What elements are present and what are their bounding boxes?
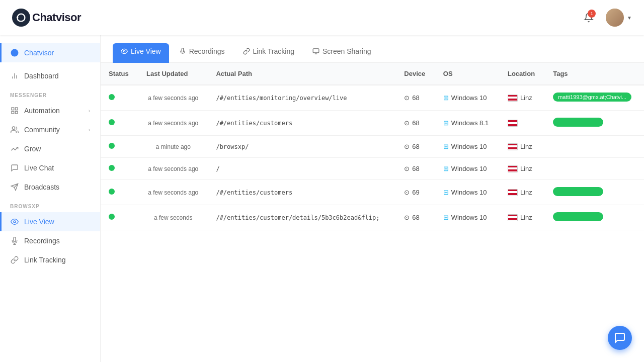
notification-button[interactable]: 1 bbox=[580, 9, 598, 27]
cell-device: ⊙ 68 bbox=[396, 136, 435, 158]
cell-actual-path: /#/entities/customer/details/5b3c6b2ead&… bbox=[208, 205, 396, 230]
browser-version: 68 bbox=[412, 165, 419, 172]
cell-location: Linz bbox=[500, 180, 545, 205]
col-device: Device bbox=[396, 63, 435, 85]
location-name: Linz bbox=[520, 94, 532, 102]
cell-status bbox=[101, 136, 138, 158]
cell-status bbox=[101, 111, 138, 136]
cell-device: ⊙ 68 bbox=[396, 205, 435, 230]
sidebar-automation-label: Automation bbox=[24, 107, 60, 115]
sidebar-livechat-label: Live Chat bbox=[24, 164, 54, 172]
sidebar-item-workspace[interactable]: Chatvisor bbox=[0, 43, 100, 62]
chrome-icon: ⊙ bbox=[404, 119, 410, 127]
status-dot bbox=[109, 165, 115, 171]
flag-austria bbox=[508, 165, 518, 172]
sidebar-section-browsxp: BROWSXP bbox=[0, 197, 100, 212]
table-row[interactable]: a minute ago/browsxp/⊙ 68⊞Windows 10Linz bbox=[101, 136, 644, 158]
liveview-icon bbox=[10, 217, 19, 226]
tab-link-tracking[interactable]: Link Tracking bbox=[235, 43, 302, 63]
chevron-right-icon: › bbox=[89, 108, 90, 114]
svg-rect-5 bbox=[12, 108, 14, 110]
status-dot bbox=[109, 214, 115, 220]
flag-austria bbox=[508, 95, 518, 102]
cell-os: ⊞Windows 10 bbox=[435, 158, 500, 180]
chrome-icon: ⊙ bbox=[404, 143, 410, 150]
logo-icon bbox=[12, 9, 30, 27]
automation-icon bbox=[10, 106, 19, 115]
chevron-down-icon: ▼ bbox=[627, 15, 632, 21]
app-container: Chatvisor 1 ▼ bbox=[0, 0, 644, 362]
cell-device: ⊙ 68 bbox=[396, 85, 435, 111]
tab-live-view-label: Live View bbox=[131, 47, 161, 55]
logo-wrap: Chatvisor bbox=[12, 9, 81, 27]
status-dot bbox=[109, 143, 115, 149]
table-row[interactable]: a few seconds ago/#/entities/customers⊙ … bbox=[101, 180, 644, 205]
sidebar-item-live-view[interactable]: Live View bbox=[0, 212, 100, 231]
cell-device: ⊙ 68 bbox=[396, 158, 435, 180]
sidebar-item-automation[interactable]: Automation › bbox=[0, 101, 100, 120]
flag-austria bbox=[508, 189, 518, 196]
cell-os: ⊞Windows 8.1 bbox=[435, 111, 500, 136]
sidebar-item-dashboard[interactable]: Dashboard bbox=[0, 66, 100, 85]
tab-screen-sharing[interactable]: Screen Sharing bbox=[304, 43, 379, 63]
tab-live-view[interactable]: Live View bbox=[113, 43, 169, 63]
cell-last-updated: a few seconds ago bbox=[138, 158, 208, 180]
sidebar-community-label: Community bbox=[24, 126, 60, 134]
main-layout: Chatvisor Dashboard MESSENGER bbox=[0, 35, 644, 362]
table-row[interactable]: a few seconds ago/⊙ 68⊞Windows 10Linz bbox=[101, 158, 644, 180]
flag-austria bbox=[508, 120, 518, 127]
user-avatar-button[interactable]: ▼ bbox=[606, 9, 632, 27]
table-header-row: Status Last Updated Actual Path Device O… bbox=[101, 63, 644, 85]
table-row[interactable]: a few seconds ago/#/entities/customers⊙ … bbox=[101, 111, 644, 136]
chrome-icon: ⊙ bbox=[404, 94, 410, 102]
notification-badge: 1 bbox=[588, 10, 596, 18]
sidebar-workspace-label: Chatvisor bbox=[24, 49, 54, 57]
sidebar-item-live-chat[interactable]: Live Chat bbox=[0, 158, 100, 177]
windows-icon: ⊞ bbox=[443, 189, 449, 196]
sidebar-item-link-tracking[interactable]: Link Tracking bbox=[0, 250, 100, 269]
table-row[interactable]: a few seconds/#/entities/customer/detail… bbox=[101, 205, 644, 230]
windows-icon: ⊞ bbox=[443, 119, 449, 127]
status-dot bbox=[109, 94, 115, 100]
tab-screen-sharing-label: Screen Sharing bbox=[323, 47, 371, 55]
cell-tags bbox=[545, 180, 644, 205]
browser-version: 68 bbox=[412, 94, 419, 102]
location-name: Linz bbox=[520, 165, 532, 172]
cell-status bbox=[101, 205, 138, 230]
cell-device: ⊙ 68 bbox=[396, 111, 435, 136]
cell-location: Linz bbox=[500, 136, 545, 158]
svg-rect-7 bbox=[12, 111, 14, 114]
tag-badge bbox=[553, 212, 603, 221]
browser-version: 69 bbox=[412, 189, 419, 196]
tag-badge: matti1993@gmx.at;Chatvi... bbox=[553, 93, 631, 102]
float-chat-button[interactable] bbox=[608, 326, 632, 350]
tab-recordings[interactable]: Recordings bbox=[171, 43, 233, 63]
col-tags: Tags bbox=[545, 63, 644, 85]
windows-icon: ⊞ bbox=[443, 214, 449, 221]
chrome-icon: ⊙ bbox=[404, 165, 410, 172]
cell-location: Linz bbox=[500, 205, 545, 230]
cell-os: ⊞Windows 10 bbox=[435, 136, 500, 158]
status-dot bbox=[109, 119, 115, 125]
cell-actual-path: /#/entities/customers bbox=[208, 180, 396, 205]
cell-location: Linz bbox=[500, 85, 545, 111]
content-area: Live View Recordings Link Tracking bbox=[101, 35, 644, 362]
sidebar-item-recordings[interactable]: Recordings bbox=[0, 231, 100, 250]
cell-last-updated: a few seconds bbox=[138, 205, 208, 230]
sidebar-item-broadcasts[interactable]: Broadcasts bbox=[0, 177, 100, 197]
svg-rect-6 bbox=[15, 108, 18, 110]
chrome-icon: ⊙ bbox=[404, 214, 410, 221]
cell-actual-path: /#/entities/customers bbox=[208, 111, 396, 136]
cell-status bbox=[101, 180, 138, 205]
header-right: 1 ▼ bbox=[580, 9, 632, 27]
sidebar-item-community[interactable]: Community › bbox=[0, 120, 100, 139]
cell-last-updated: a minute ago bbox=[138, 136, 208, 158]
location-name: Linz bbox=[520, 189, 532, 196]
svg-point-9 bbox=[12, 127, 15, 129]
sidebar-item-grow[interactable]: Grow bbox=[0, 139, 100, 158]
os-name: Windows 10 bbox=[451, 143, 487, 150]
col-location: Location bbox=[500, 63, 545, 85]
table-row[interactable]: a few seconds ago/#/entities/monitoring/… bbox=[101, 85, 644, 111]
col-actual-path: Actual Path bbox=[208, 63, 396, 85]
cell-device: ⊙ 69 bbox=[396, 180, 435, 205]
